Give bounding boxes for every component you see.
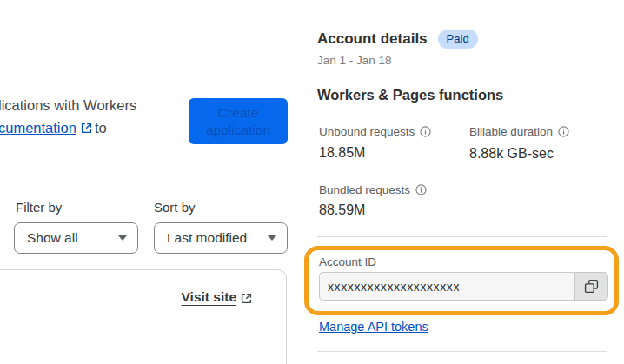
divider [317,351,607,352]
intro-text: lications with Workers cumentationto [0,94,136,139]
stat-bundled-requests-value: 88.59M [319,202,365,218]
stat-bundled-requests-label: Bundled requests [319,183,427,196]
stat-unbound-requests-value: 18.85M [319,145,365,161]
info-icon[interactable] [420,126,431,137]
manage-api-tokens-link[interactable]: Manage API tokens [319,320,428,334]
visit-site-link[interactable]: Visit site [182,289,255,305]
sort-dropdown-value: Last modified [167,230,247,246]
stat-unbound-requests-label: Unbound requests [319,125,431,138]
filter-dropdown[interactable]: Show all [14,222,138,254]
paid-plan-badge: Paid [438,30,478,49]
chevron-down-icon [268,235,276,241]
filter-dropdown-value: Show all [27,230,78,246]
stat-billable-duration-label: Billable duration [469,125,569,138]
info-icon[interactable] [558,126,569,137]
external-link-icon [241,292,252,303]
date-range: Jan 1 - Jan 18 [317,54,392,67]
info-icon[interactable] [415,184,427,195]
account-id-field-group [319,272,608,301]
functions-section-title: Workers & Pages functions [317,87,503,103]
account-id-label: Account ID [319,255,376,268]
sort-by-label: Sort by [154,200,196,215]
create-application-button[interactable]: Create application [189,98,288,144]
divider [317,236,607,237]
account-id-input[interactable] [319,272,574,301]
account-details-title: Account details [317,30,428,48]
copy-icon [584,279,599,294]
external-link-icon [81,117,92,129]
copy-account-id-button[interactable] [574,272,608,301]
sort-dropdown[interactable]: Last modified [154,222,288,254]
documentation-link[interactable]: cumentation [0,120,76,136]
stat-billable-duration-value: 8.88k GB-sec [469,146,554,162]
project-card: Visit site [0,269,287,364]
visit-site-label: Visit site [182,289,236,305]
chevron-down-icon [118,235,127,241]
intro-after-link: to [95,120,107,136]
intro-line1: lications with Workers [0,97,136,113]
filter-by-label: Filter by [16,200,62,215]
